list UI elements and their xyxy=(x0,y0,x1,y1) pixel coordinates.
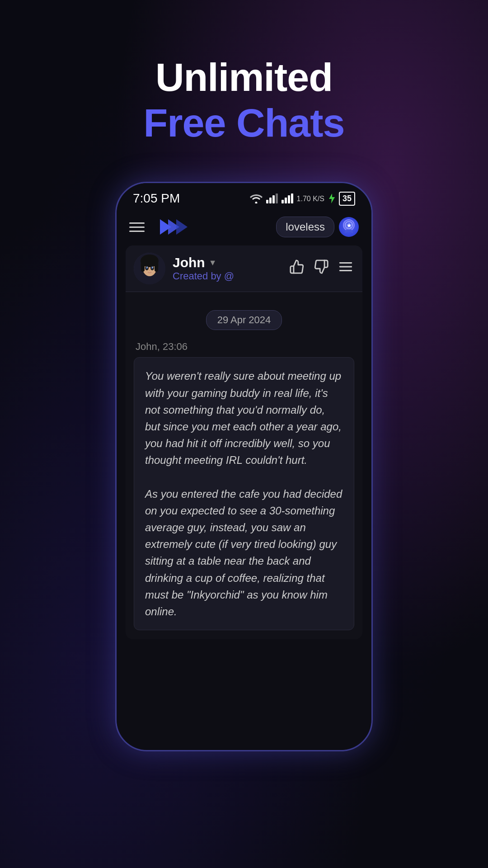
char-actions xyxy=(289,259,353,278)
svg-rect-4 xyxy=(282,200,284,203)
svg-rect-0 xyxy=(266,200,268,203)
dropdown-arrow[interactable]: ▼ xyxy=(209,258,217,268)
signal-bars-icon xyxy=(266,193,278,203)
signal-bars2-icon xyxy=(282,193,293,203)
nav-left xyxy=(129,216,196,238)
chat-area: John ▼ Created by @ xyxy=(126,245,362,639)
avatar-svg xyxy=(134,253,165,284)
creator-handle: @ xyxy=(224,270,234,282)
svg-point-24 xyxy=(147,267,148,268)
svg-rect-6 xyxy=(288,195,290,203)
status-time: 7:05 PM xyxy=(133,191,180,206)
svg-rect-19 xyxy=(155,263,158,272)
svg-rect-3 xyxy=(276,193,278,203)
hamburger-menu[interactable] xyxy=(129,222,145,232)
headline-line2: Free Chats xyxy=(144,100,345,146)
app-nav: loveless ★ xyxy=(117,211,371,245)
svg-rect-2 xyxy=(272,195,275,203)
battery-indicator: 35 xyxy=(339,192,355,206)
message-author: John, 23:06 xyxy=(134,341,354,353)
svg-rect-18 xyxy=(141,263,145,272)
svg-point-25 xyxy=(152,267,153,268)
app-logo xyxy=(155,216,196,238)
lightning-icon xyxy=(328,193,335,203)
char-name: John ▼ xyxy=(173,255,234,270)
char-info: John ▼ Created by @ xyxy=(173,255,234,282)
status-bar: 7:05 PM xyxy=(117,183,371,211)
network-speed: 1.70 K/S xyxy=(297,194,324,203)
svg-rect-5 xyxy=(285,198,287,203)
headline-section: Unlimited Free Chats xyxy=(144,54,345,146)
messages-area: 29 Apr 2024 John, 23:06 You weren't real… xyxy=(126,292,362,639)
date-pill: 29 Apr 2024 xyxy=(206,310,282,330)
char-header: John ▼ Created by @ xyxy=(126,245,362,292)
char-creator: Created by @ xyxy=(173,270,234,282)
char-left: John ▼ Created by @ xyxy=(134,253,234,284)
more-options-button[interactable] xyxy=(338,259,353,278)
username-badge[interactable]: loveless xyxy=(276,217,334,237)
nav-right: loveless ★ xyxy=(276,217,359,237)
medal-icon: ★ xyxy=(339,217,359,237)
status-icons: 1.70 K/S 35 xyxy=(250,192,355,206)
logo-svg xyxy=(155,216,196,238)
wifi-icon xyxy=(250,193,263,203)
phone-mockup: 7:05 PM xyxy=(115,182,373,751)
message-text: You weren't really sure about meeting up… xyxy=(145,368,343,620)
date-separator: 29 Apr 2024 xyxy=(134,310,354,330)
message-timestamp: 23:06 xyxy=(163,341,188,352)
message-bubble: You weren't really sure about meeting up… xyxy=(134,357,354,630)
svg-rect-1 xyxy=(269,198,272,203)
medal-svg: ★ xyxy=(340,218,358,236)
thumbs-down-button[interactable] xyxy=(314,259,329,278)
headline-line1: Unlimited xyxy=(144,54,345,100)
svg-marker-10 xyxy=(176,219,188,235)
battery-level: 35 xyxy=(343,194,352,203)
char-avatar xyxy=(134,253,165,284)
app-main: John ▼ Created by @ xyxy=(117,245,371,644)
svg-rect-7 xyxy=(291,193,293,203)
svg-text:★: ★ xyxy=(347,222,352,229)
thumbs-up-button[interactable] xyxy=(289,259,305,278)
